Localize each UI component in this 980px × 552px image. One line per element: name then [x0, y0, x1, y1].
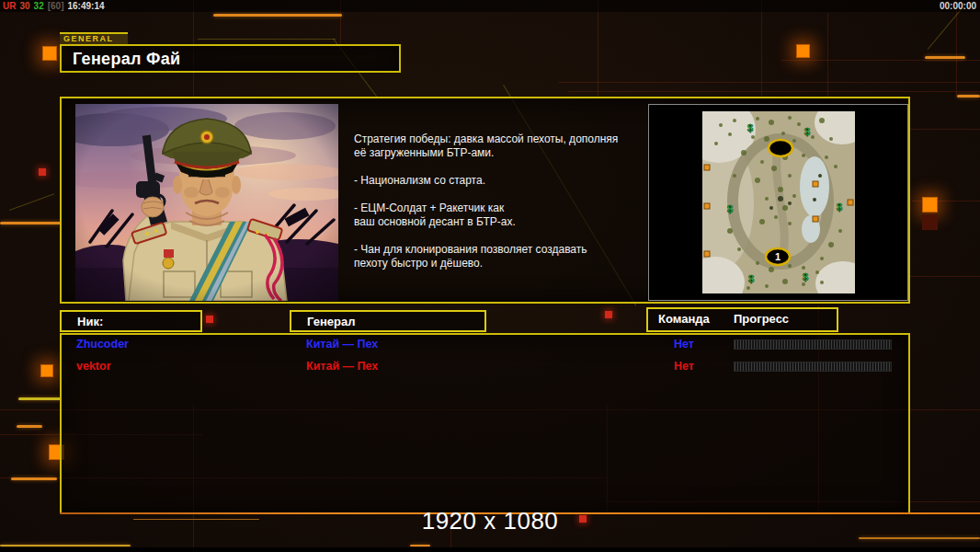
- debug-fps: 30: [19, 1, 29, 11]
- strategy-paragraph: - Чан для клонирования позволяет создава…: [354, 243, 637, 270]
- svg-text:$: $: [802, 271, 807, 282]
- general-name: Генерал Фай: [73, 50, 180, 69]
- general-portrait-art: [75, 104, 338, 301]
- general-info-panel: Стратегия победы: давка массой пехоты, д…: [60, 97, 910, 304]
- start-position-1: 1: [766, 248, 790, 265]
- match-timer: 00:00:00: [940, 1, 976, 11]
- column-header-nick: Ник:: [60, 310, 202, 332]
- debug-clock: 16:49:14: [68, 1, 105, 11]
- player-general: Китай — Пех: [306, 338, 378, 351]
- player-nick: vektor: [76, 360, 111, 373]
- progress-bar: [734, 362, 892, 372]
- tab-general[interactable]: GENERAL: [60, 32, 128, 44]
- debug-ur: UR: [3, 1, 16, 11]
- svg-text:$: $: [747, 273, 753, 284]
- team-header-label: Команда: [658, 312, 710, 326]
- progress-bar: [734, 339, 892, 350]
- general-title-box: Генерал Фай: [60, 44, 401, 73]
- resolution-label: 1920 x 1080: [0, 507, 980, 535]
- progress-header-label: Прогресс: [734, 312, 789, 326]
- column-header-general: Генерал: [290, 310, 486, 332]
- svg-text:$: $: [726, 203, 732, 214]
- player-row: vektor Китай — Пех Нет: [62, 360, 908, 376]
- minimap-container: $ $ $ $ $ $ 1: [648, 104, 908, 301]
- svg-text:$: $: [746, 122, 752, 133]
- strategy-paragraph: Стратегия победы: давка массой пехоты, д…: [354, 132, 637, 160]
- debug-cap: [60]: [48, 1, 64, 11]
- column-header-team-progress: Команда Прогресс: [646, 307, 838, 332]
- top-status-strip: [0, 0, 980, 12]
- debug-stats: UR3032[60]16:49:14: [3, 1, 108, 11]
- svg-text:$: $: [803, 126, 809, 137]
- player-row: Zhucoder Китай — Пех Нет: [62, 338, 908, 354]
- bottom-black-bar: [0, 547, 980, 552]
- strategy-paragraph: - ЕЦМ-Солдат + Ракетчик как ваш основной…: [354, 201, 637, 229]
- player-nick: Zhucoder: [76, 338, 129, 351]
- start-position-top: [769, 140, 792, 156]
- svg-text:1: 1: [774, 251, 780, 262]
- game-screen: UR3032[60]16:49:14 00:00:00 GENERAL Гене…: [0, 0, 980, 552]
- svg-text:$: $: [836, 201, 841, 213]
- player-team: Нет: [674, 360, 694, 373]
- player-list-panel: Zhucoder Китай — Пех Нет vektor Китай — …: [60, 333, 910, 512]
- minimap: $ $ $ $ $ $ 1: [702, 111, 855, 293]
- general-portrait: [75, 104, 338, 301]
- debug-latency: 32: [34, 1, 44, 11]
- player-general: Китай — Пех: [306, 360, 378, 373]
- strategy-text: Стратегия победы: давка массой пехоты, д…: [354, 132, 637, 284]
- player-team: Нет: [674, 338, 694, 351]
- strategy-paragraph: - Национализм со старта.: [354, 174, 637, 188]
- nick-header-label: Ник:: [77, 315, 103, 328]
- general-header-label: Генерал: [307, 315, 355, 328]
